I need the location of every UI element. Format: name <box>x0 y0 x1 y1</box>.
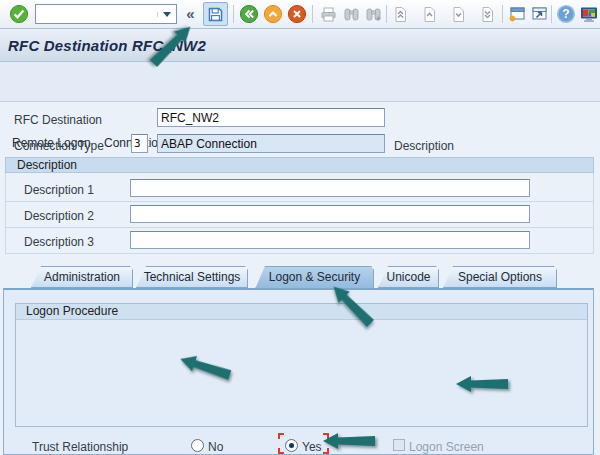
help-button[interactable]: ? <box>555 3 577 25</box>
save-icon <box>207 6 224 23</box>
tab-unicode[interactable]: Unicode <box>378 266 439 288</box>
find-next-icon <box>364 5 383 24</box>
customize-layout-button[interactable] <box>578 3 600 25</box>
annotation-arrow-current-user <box>456 375 508 393</box>
rfc-destination-label: RFC Destination <box>14 113 102 127</box>
row-divider <box>5 201 594 202</box>
description-column-label: Description <box>394 139 454 153</box>
create-shortcut-button[interactable] <box>529 3 551 25</box>
enter-button[interactable] <box>8 3 30 25</box>
help-icon: ? <box>556 4 576 24</box>
description-1-label: Description 1 <box>24 183 94 197</box>
description-2-label: Description 2 <box>24 209 94 223</box>
find-icon <box>342 5 361 24</box>
print-button <box>317 3 339 25</box>
toolbar-separator <box>502 5 503 23</box>
tab-special-options[interactable]: Special Options <box>443 266 557 288</box>
print-icon <box>319 5 338 24</box>
row-divider <box>5 227 594 228</box>
cancel-button[interactable] <box>286 3 308 25</box>
logon-procedure-groupbox: Logon Procedure <box>15 303 588 427</box>
last-page-button <box>476 3 498 25</box>
description-3-input[interactable] <box>130 231 530 249</box>
logon-screen-label: Logon Screen <box>409 440 484 454</box>
sap-gui-window: « <box>0 0 600 455</box>
next-page-button <box>447 3 469 25</box>
tab-technical-settings[interactable]: Technical Settings <box>136 266 248 288</box>
last-page-icon <box>478 5 497 24</box>
toolbar-separator <box>386 5 387 23</box>
toolbar-separator <box>233 5 234 23</box>
toolbar-separator <box>312 5 313 23</box>
tab-logon-security[interactable]: Logon & Security <box>255 266 374 289</box>
radio-selected-dot <box>289 443 294 448</box>
title-bar: RFC Destination RFC_NW2 <box>0 30 600 62</box>
description-frame-left <box>5 173 6 253</box>
trust-yes-radio[interactable] <box>285 439 298 452</box>
annotation-arrow-trust-yes <box>323 432 375 450</box>
standard-toolbar: « <box>0 0 600 29</box>
check-circle-icon <box>9 4 29 24</box>
back-icon <box>239 4 259 24</box>
exit-icon <box>263 4 283 24</box>
save-button[interactable] <box>203 2 228 26</box>
next-page-icon <box>449 5 468 24</box>
cancel-icon <box>287 4 307 24</box>
connection-type-input[interactable] <box>131 134 148 153</box>
svg-text:?: ? <box>562 7 569 21</box>
trust-no-label: No <box>208 440 223 454</box>
shortcut-icon <box>530 5 550 24</box>
command-field[interactable] <box>35 4 177 24</box>
chevron-down-icon <box>163 12 171 17</box>
new-session-button[interactable] <box>506 3 528 25</box>
exit-button[interactable] <box>262 3 284 25</box>
trust-no-radio[interactable] <box>191 439 204 452</box>
application-toolbar: Remote Logon Connection Test Unicode Tes… <box>0 62 600 102</box>
previous-page-icon <box>420 5 439 24</box>
toolbar-separator <box>551 5 552 23</box>
first-page-button <box>389 3 411 25</box>
rfc-destination-input[interactable] <box>157 108 385 127</box>
back-button[interactable] <box>238 3 260 25</box>
description-frame-right <box>593 173 594 253</box>
row-divider <box>5 253 594 254</box>
monitor-icon <box>579 5 599 24</box>
command-dropdown-button[interactable] <box>157 12 176 17</box>
description-section-header: Description <box>5 157 594 173</box>
previous-page-button <box>418 3 440 25</box>
tab-administration[interactable]: Administration <box>31 266 133 288</box>
find-next-button <box>362 3 384 25</box>
description-3-label: Description 3 <box>24 235 94 249</box>
logon-procedure-title: Logon Procedure <box>16 304 587 320</box>
description-1-input[interactable] <box>130 179 530 197</box>
command-input[interactable] <box>36 5 157 23</box>
trust-relationship-label: Trust Relationship <box>32 440 128 454</box>
description-2-input[interactable] <box>130 205 530 223</box>
connection-type-text-field <box>157 134 385 153</box>
logon-screen-checkbox <box>393 439 405 451</box>
trust-yes-label: Yes <box>302 440 322 454</box>
first-page-icon <box>391 5 410 24</box>
find-button <box>340 3 362 25</box>
new-session-icon <box>507 5 527 24</box>
connection-type-label: Connection Type <box>14 139 104 153</box>
